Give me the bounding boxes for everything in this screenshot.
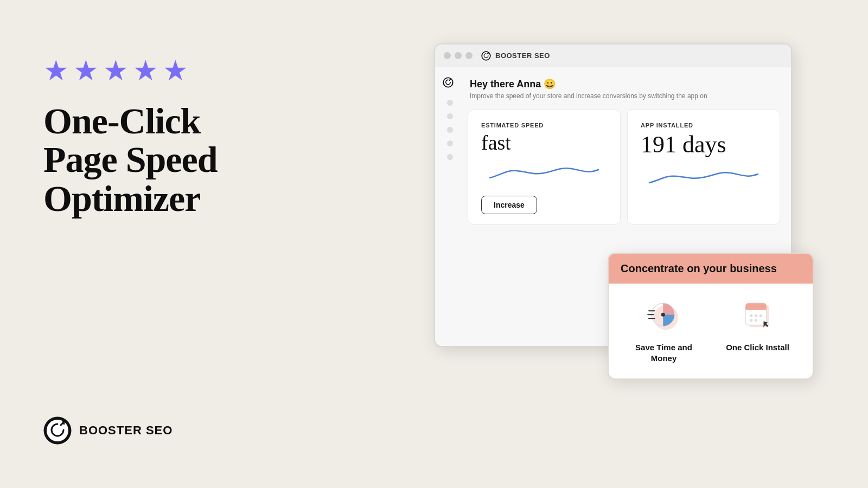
feature-save-time: Save Time and Money <box>625 297 703 363</box>
headline: One-Click Page Speed Optimizer <box>43 102 326 218</box>
star-2: ★ <box>73 54 99 87</box>
svg-point-26 <box>750 319 752 322</box>
speed-card-label: ESTIMATED SPEED <box>481 122 607 129</box>
greeting-title: Hey there Anna 😀 <box>470 78 780 90</box>
feature-one-click: One Click Install <box>719 297 796 353</box>
save-time-icon <box>645 297 683 335</box>
traffic-light-yellow <box>455 52 462 59</box>
svg-point-15 <box>661 313 665 317</box>
sidebar-dot-2 <box>447 113 453 119</box>
svg-point-27 <box>754 319 757 322</box>
app-installed-card: APP INSTALLED 191 days <box>627 110 780 224</box>
greeting: Hey there Anna 😀 Improve the speed of yo… <box>468 78 780 100</box>
sidebar-dot-5 <box>447 154 453 160</box>
traffic-light-red <box>444 52 451 59</box>
star-1: ★ <box>43 54 69 87</box>
float-card: Concentrate on your business <box>608 253 814 380</box>
sidebar-dot-4 <box>447 140 453 146</box>
one-click-icon <box>739 297 777 335</box>
installed-wave-chart <box>641 162 767 189</box>
float-card-title: Concentrate on your business <box>621 262 801 275</box>
brand-logo: BOOSTER SEO <box>43 416 173 445</box>
browser-brand-icon <box>481 51 491 61</box>
brand-name: BOOSTER SEO <box>79 423 173 438</box>
browser-title: BOOSTER SEO <box>495 52 550 60</box>
speed-card-value: fast <box>481 132 607 155</box>
svg-point-23 <box>750 314 752 317</box>
sidebar-dot-1 <box>447 100 453 106</box>
star-4: ★ <box>133 54 158 87</box>
feature-save-time-label: Save Time and Money <box>625 342 703 363</box>
estimated-speed-card: ESTIMATED SPEED fast Increase <box>468 110 621 224</box>
feature-one-click-label: One Click Install <box>726 342 789 353</box>
sidebar-icon <box>443 77 454 90</box>
star-3: ★ <box>103 54 129 87</box>
installed-card-label: APP INSTALLED <box>641 122 767 129</box>
svg-point-24 <box>754 314 757 317</box>
right-section: BOOSTER SEO <box>434 43 814 380</box>
traffic-light-green <box>465 52 473 59</box>
browser-titlebar: BOOSTER SEO <box>435 44 791 67</box>
brand-logo-icon <box>43 416 72 445</box>
svg-rect-22 <box>745 306 767 310</box>
float-card-header: Concentrate on your business <box>609 254 813 284</box>
sidebar-dot-3 <box>447 127 453 133</box>
left-section: ★ ★ ★ ★ ★ One-Click Page Speed Optimizer <box>43 54 326 218</box>
speed-wave-chart <box>481 159 607 186</box>
star-5: ★ <box>163 54 188 87</box>
svg-point-25 <box>759 314 762 317</box>
cards-row: ESTIMATED SPEED fast Increase APP INSTAL… <box>468 110 780 224</box>
browser-brand: BOOSTER SEO <box>481 51 550 61</box>
increase-button[interactable]: Increase <box>481 196 537 214</box>
float-card-body: Save Time and Money <box>609 284 813 378</box>
traffic-lights <box>444 52 473 59</box>
svg-point-1 <box>47 420 68 441</box>
sidebar-dots <box>447 100 453 160</box>
greeting-subtitle: Improve the speed of your store and incr… <box>470 92 780 100</box>
star-rating: ★ ★ ★ ★ ★ <box>43 54 326 87</box>
headline-line2: Page Speed <box>43 139 218 180</box>
headline-line1: One-Click <box>43 100 200 142</box>
browser-content: Hey there Anna 😀 Improve the speed of yo… <box>435 67 791 235</box>
installed-card-value: 191 days <box>641 132 767 158</box>
headline-line3: Optimizer <box>43 178 200 219</box>
